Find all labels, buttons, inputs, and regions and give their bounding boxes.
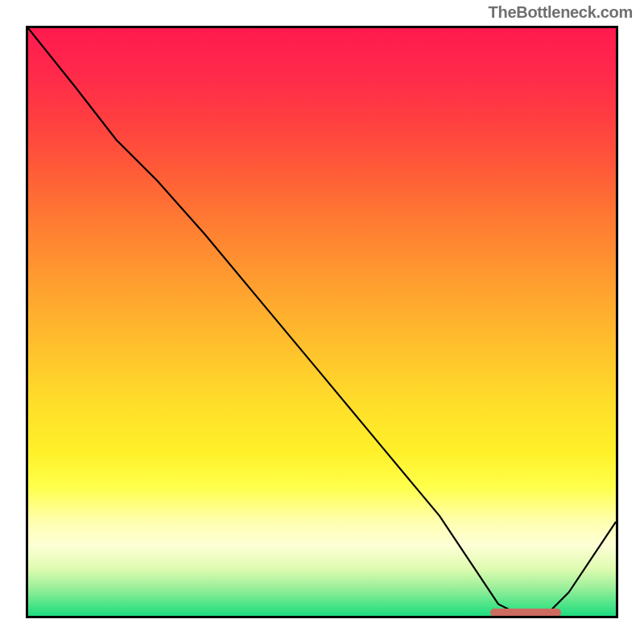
chart-curve <box>28 28 616 616</box>
minimum-marker <box>490 609 561 617</box>
watermark-text: TheBottleneck.com <box>489 3 633 22</box>
chart-plot-area <box>26 26 618 618</box>
chart-svg <box>28 28 616 616</box>
